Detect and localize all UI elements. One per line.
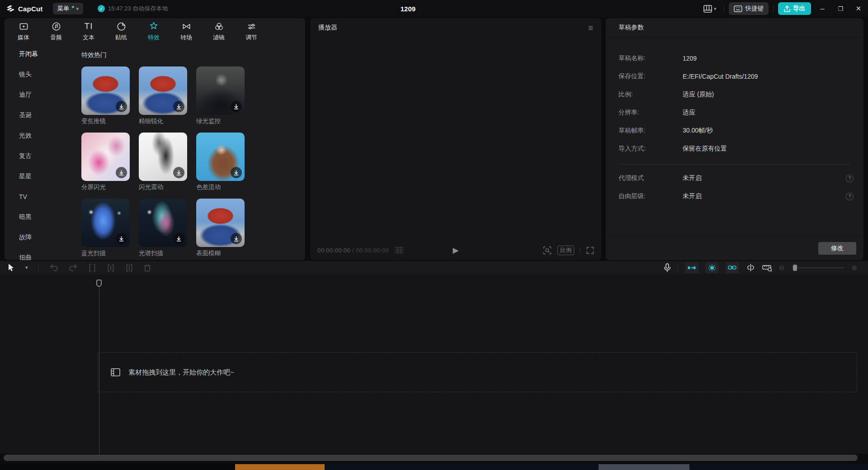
download-icon[interactable] bbox=[116, 167, 127, 178]
empty-track-dropzone[interactable]: 素材拖拽到这里，开始你的大作吧~ bbox=[98, 352, 857, 392]
param-row-save-location: 保存位置: E:/EFI/CapCut Drafts/1209 bbox=[606, 67, 863, 85]
shortcuts-button[interactable]: 快捷键 bbox=[729, 2, 769, 15]
effect-card-green-monitor[interactable]: 绿光监控 bbox=[196, 66, 245, 127]
export-button[interactable]: 导出 bbox=[778, 2, 811, 15]
effect-name: 闪光震动 bbox=[139, 183, 187, 193]
layout-switch-button[interactable]: ▾ bbox=[701, 3, 719, 14]
tab-sticker[interactable]: 贴纸 bbox=[105, 18, 137, 44]
sidebar-item-lens[interactable]: 镜头 bbox=[5, 64, 75, 85]
delete-right-icon[interactable] bbox=[125, 264, 133, 272]
section-title: 特效热门 bbox=[81, 51, 305, 59]
effect-card-flash-shake[interactable]: 闪光震动 bbox=[139, 133, 187, 193]
taskbar-segment-orange bbox=[235, 464, 325, 470]
param-row-free-layer: 自由层级: 未开启 ? bbox=[606, 187, 863, 205]
autosave-text: 15:47:23 自动保存本地 bbox=[108, 5, 168, 13]
sidebar-item-tv[interactable]: TV bbox=[5, 186, 75, 207]
tab-media[interactable]: 媒体 bbox=[7, 18, 40, 44]
horizontal-scrollbar[interactable] bbox=[4, 455, 858, 461]
fullscreen-icon[interactable] bbox=[586, 247, 594, 254]
zoom-in-icon[interactable]: ⊕ bbox=[851, 264, 857, 271]
adjust-icon bbox=[246, 20, 257, 32]
effect-card-zoom-push[interactable]: 变焦推镜 bbox=[81, 66, 130, 127]
modify-button[interactable]: 修改 bbox=[818, 242, 856, 255]
delete-left-icon[interactable] bbox=[107, 264, 115, 272]
download-icon[interactable] bbox=[173, 167, 184, 178]
record-voiceover-icon[interactable] bbox=[664, 263, 671, 272]
preview-axis-icon[interactable] bbox=[746, 264, 755, 271]
playhead[interactable] bbox=[96, 280, 102, 287]
param-row-resolution: 分辨率: 适应 bbox=[606, 104, 863, 122]
sidebar-item-glitch[interactable]: 故障 bbox=[5, 227, 75, 247]
effect-card-surface-blur[interactable]: 表面模糊 bbox=[196, 199, 245, 259]
tab-text[interactable]: TI 文本 bbox=[72, 18, 105, 44]
fit-preview-icon[interactable] bbox=[543, 246, 552, 255]
linkage-button[interactable] bbox=[726, 262, 739, 273]
download-icon[interactable] bbox=[116, 101, 127, 112]
effect-thumbnail bbox=[81, 133, 130, 181]
playhead-handle[interactable] bbox=[96, 280, 102, 287]
star-effects-icon bbox=[148, 20, 159, 32]
close-button[interactable]: ✕ bbox=[852, 2, 865, 15]
tab-filter[interactable]: 滤镜 bbox=[203, 18, 235, 44]
timeline-zoom-slider[interactable] bbox=[791, 265, 844, 271]
auto-snap-button[interactable] bbox=[705, 262, 719, 273]
effects-grid-area: 特效热门 变焦推镜 精细锐化 bbox=[76, 44, 305, 260]
undo-icon[interactable] bbox=[49, 264, 58, 272]
effect-thumbnail bbox=[196, 66, 245, 115]
delete-icon[interactable] bbox=[144, 264, 151, 272]
frame-list-icon[interactable] bbox=[394, 247, 404, 254]
tab-transition[interactable]: 转场 bbox=[170, 18, 203, 44]
select-tool-icon[interactable] bbox=[7, 263, 15, 272]
sidebar-item-disco[interactable]: 迪厅 bbox=[5, 85, 75, 105]
sidebar-item-christmas[interactable]: 圣诞 bbox=[5, 105, 75, 125]
download-icon[interactable] bbox=[173, 101, 184, 112]
effect-name: 分屏闪光 bbox=[81, 183, 130, 193]
help-icon[interactable]: ? bbox=[846, 193, 854, 200]
sidebar-item-stars[interactable]: 星星 bbox=[5, 166, 75, 186]
sidebar-item-opening[interactable]: 开闭幕 bbox=[5, 44, 75, 64]
tab-effects[interactable]: 特效 bbox=[137, 18, 170, 44]
download-icon[interactable] bbox=[231, 233, 242, 244]
menu-button[interactable]: 菜单 ▾ bbox=[53, 3, 84, 14]
restore-button[interactable]: ❐ bbox=[834, 2, 847, 15]
effect-card-fine-sharpen[interactable]: 精细锐化 bbox=[139, 66, 187, 127]
help-icon[interactable]: ? bbox=[846, 175, 854, 182]
titlebar: CapCut 菜单 ▾ ✓ 15:47:23 自动保存本地 1209 ▾ bbox=[0, 0, 868, 17]
audio-icon bbox=[51, 20, 61, 32]
redo-icon[interactable] bbox=[69, 264, 78, 272]
download-icon[interactable] bbox=[116, 233, 127, 244]
player-menu-icon[interactable]: ≡ bbox=[588, 24, 593, 32]
main-track-magnet-button[interactable] bbox=[685, 262, 698, 273]
player-controls: 00:00:00:00 / 00:00:00:00 ▶ 比例 bbox=[310, 240, 601, 260]
slider-handle[interactable] bbox=[793, 265, 797, 271]
sidebar-item-distort[interactable]: 扭曲 bbox=[5, 247, 75, 260]
timeline-area[interactable]: 素材拖拽到这里，开始你的大作吧~ bbox=[0, 274, 868, 454]
zoom-out-icon[interactable]: ⊖ bbox=[779, 264, 785, 271]
tab-audio[interactable]: 音频 bbox=[40, 18, 72, 44]
sidebar-item-retro[interactable]: 复古 bbox=[5, 146, 75, 166]
tab-adjust[interactable]: 调节 bbox=[235, 18, 268, 44]
chevron-down-icon[interactable]: ▾ bbox=[25, 265, 28, 270]
download-icon[interactable] bbox=[231, 101, 242, 112]
download-icon[interactable] bbox=[173, 233, 184, 244]
app-logo: CapCut bbox=[6, 5, 43, 13]
effect-thumbnail bbox=[81, 199, 130, 247]
effect-card-split-flash[interactable]: 分屏闪光 bbox=[81, 133, 130, 193]
effect-card-chromatic-flow[interactable]: 色差流动 bbox=[196, 133, 245, 193]
play-button[interactable]: ▶ bbox=[453, 246, 458, 255]
split-icon[interactable] bbox=[88, 264, 96, 272]
sidebar-item-dark[interactable]: 暗黑 bbox=[5, 207, 75, 227]
adapt-timeline-icon[interactable] bbox=[762, 264, 772, 272]
effect-thumbnail bbox=[196, 133, 245, 181]
sidebar-item-light[interactable]: 光效 bbox=[5, 125, 75, 146]
param-row-import-mode: 导入方式: 保留在原有位置 bbox=[606, 140, 863, 158]
timecode: 00:00:00:00 / 00:00:00:00 bbox=[317, 247, 389, 254]
download-icon[interactable] bbox=[231, 167, 242, 178]
minimize-button[interactable]: ─ bbox=[816, 2, 829, 15]
effects-library-panel: 媒体 音频 TI 文本 贴纸 bbox=[5, 18, 305, 260]
effect-card-spectrum-scan[interactable]: 光谱扫描 bbox=[139, 199, 187, 259]
effect-thumbnail bbox=[139, 133, 187, 181]
transition-icon bbox=[181, 20, 192, 32]
ratio-button[interactable]: 比例 bbox=[557, 246, 574, 255]
effect-card-blue-scan[interactable]: 蓝光扫描 bbox=[81, 199, 130, 259]
